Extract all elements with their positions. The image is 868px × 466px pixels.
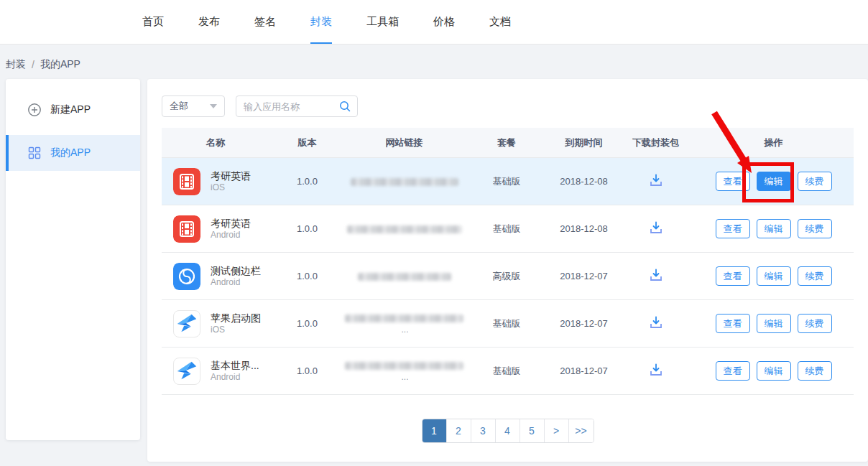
app-name: 苹果启动图 — [211, 312, 261, 325]
film-app-icon — [173, 215, 200, 243]
column-header-link: 网站链接 — [345, 136, 463, 149]
column-header-version: 版本 — [269, 136, 345, 149]
renew-button[interactable]: 续费 — [798, 172, 832, 191]
app-name: 考研英语 — [211, 217, 251, 230]
download-package-button[interactable] — [647, 218, 665, 239]
s-logo-app-icon — [173, 263, 200, 290]
breadcrumb-separator: / — [32, 59, 34, 70]
next-page-button[interactable]: > — [545, 419, 569, 442]
top-nav: 首页 发布 签名 封装 工具箱 价格 文档 — [0, 0, 868, 45]
search-box — [236, 95, 358, 117]
app-platform: iOS — [211, 325, 261, 335]
view-button[interactable]: 查看 — [716, 314, 750, 333]
renew-button[interactable]: 续费 — [798, 219, 832, 238]
table-row: 苹果启动图 iOS 1.0.0 ... 基础版 2018-12-07 查看 编辑… — [162, 300, 854, 348]
filter-bar: 全部 — [162, 95, 854, 117]
app-expiry: 2018-12-07 — [550, 271, 618, 281]
view-button[interactable]: 查看 — [716, 172, 750, 191]
plus-circle-icon — [27, 103, 42, 117]
edit-button[interactable]: 编辑 — [757, 219, 791, 238]
nav-item-publish[interactable]: 发布 — [198, 0, 220, 44]
download-package-button[interactable] — [647, 360, 665, 381]
sidebar-item-my-app[interactable]: 我的APP — [6, 135, 140, 171]
breadcrumb-section[interactable]: 封装 — [6, 58, 26, 71]
app-plan: 基础版 — [463, 223, 550, 236]
download-icon — [648, 172, 664, 188]
redacted-link — [345, 314, 463, 322]
table-header: 名称 版本 网站链接 套餐 到期时间 下载封装包 操作 — [162, 128, 854, 158]
last-page-button[interactable]: >> — [569, 419, 594, 442]
redacted-link-suffix: ... — [401, 325, 408, 335]
edit-button[interactable]: 编辑 — [757, 266, 791, 286]
download-icon — [648, 362, 664, 378]
app-version: 1.0.0 — [269, 223, 345, 234]
redacted-link — [347, 225, 462, 233]
breadcrumb: 封装 / 我的APP — [6, 54, 80, 75]
renew-button[interactable]: 续费 — [798, 361, 832, 381]
view-button[interactable]: 查看 — [716, 219, 750, 238]
table-row: 考研英语 Android 1.0.0 基础版 2018-12-08 查看 编辑 … — [162, 205, 854, 253]
view-button[interactable]: 查看 — [716, 266, 750, 286]
download-package-button[interactable] — [647, 171, 665, 192]
edit-button[interactable]: 编辑 — [757, 361, 791, 381]
app-plan: 基础版 — [463, 365, 550, 378]
redacted-link — [345, 362, 463, 370]
search-input[interactable] — [244, 101, 338, 112]
main-content: 全部 名称 版本 网站链接 套餐 到期时间 下载封装包 操作 — [147, 79, 868, 462]
nav-item-sign[interactable]: 签名 — [254, 0, 276, 44]
app-version: 1.0.0 — [269, 176, 345, 187]
download-icon — [648, 267, 664, 283]
view-button[interactable]: 查看 — [716, 361, 750, 381]
app-plan: 基础版 — [463, 317, 550, 330]
edit-button[interactable]: 编辑 — [757, 314, 791, 333]
redacted-link — [358, 273, 451, 281]
app-platform: Android — [211, 230, 251, 241]
sidebar-item-label: 我的APP — [50, 146, 91, 159]
film-app-icon — [173, 168, 200, 195]
grid-icon — [27, 146, 42, 160]
nav-item-docs[interactable]: 文档 — [489, 0, 511, 44]
nav-item-package[interactable]: 封装 — [310, 0, 332, 44]
renew-button[interactable]: 续费 — [798, 266, 832, 286]
page-button-4[interactable]: 4 — [496, 419, 520, 442]
chevron-down-icon — [210, 104, 217, 108]
column-header-expiry: 到期时间 — [550, 136, 618, 149]
page-button-3[interactable]: 3 — [471, 419, 496, 442]
app-expiry: 2018-12-08 — [550, 176, 618, 187]
nav-item-toolbox[interactable]: 工具箱 — [366, 0, 399, 44]
column-header-plan: 套餐 — [463, 136, 550, 149]
page-button-1[interactable]: 1 — [423, 419, 447, 442]
page-button-2[interactable]: 2 — [447, 419, 471, 442]
app-link: ... — [345, 360, 463, 382]
renew-button[interactable]: 续费 — [798, 314, 832, 333]
page-button-5[interactable]: 5 — [520, 419, 545, 442]
app-expiry: 2018-12-07 — [550, 365, 618, 376]
category-select[interactable]: 全部 — [162, 95, 225, 117]
redacted-link — [351, 178, 458, 186]
app-expiry: 2018-12-08 — [550, 223, 618, 234]
app-link — [345, 271, 463, 281]
column-header-download: 下载封装包 — [618, 136, 693, 149]
download-package-button[interactable] — [647, 313, 665, 334]
column-header-actions: 操作 — [693, 136, 854, 149]
search-icon[interactable] — [338, 100, 351, 113]
app-link — [345, 176, 463, 187]
download-package-button[interactable] — [647, 266, 665, 286]
bird-app-icon — [173, 358, 200, 385]
app-link — [345, 223, 463, 234]
redacted-link-suffix: ... — [401, 372, 408, 382]
sidebar-item-label: 新建APP — [50, 103, 91, 116]
nav-item-price[interactable]: 价格 — [433, 0, 455, 44]
bird-app-icon — [173, 310, 200, 337]
nav-item-home[interactable]: 首页 — [142, 0, 164, 44]
app-platform: Android — [211, 372, 259, 383]
sidebar-item-new-app[interactable]: 新建APP — [6, 92, 140, 128]
app-plan: 高级版 — [463, 270, 550, 283]
app-plan: 基础版 — [463, 175, 550, 188]
edit-button[interactable]: 编辑 — [757, 172, 791, 191]
category-select-value: 全部 — [170, 100, 188, 113]
breadcrumb-current: 我的APP — [40, 58, 80, 71]
download-icon — [648, 314, 664, 330]
app-platform: Android — [211, 277, 261, 288]
app-version: 1.0.0 — [269, 318, 345, 329]
